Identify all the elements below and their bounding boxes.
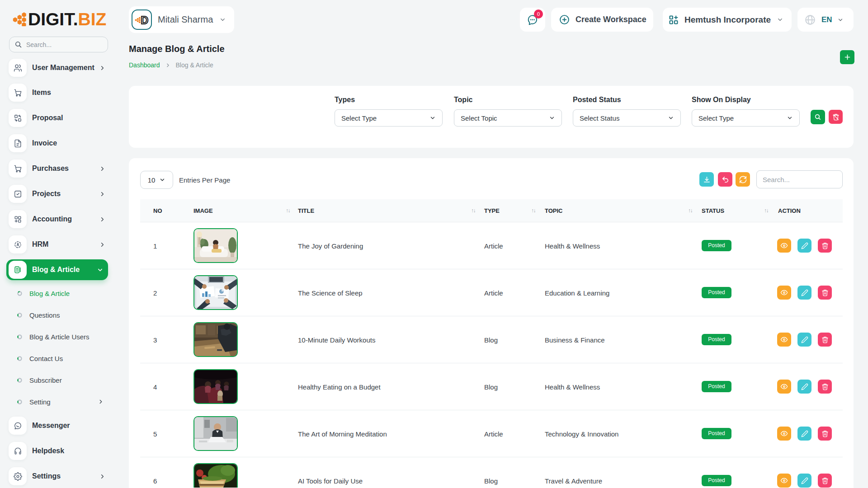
svg-text:D: D (141, 14, 148, 25)
